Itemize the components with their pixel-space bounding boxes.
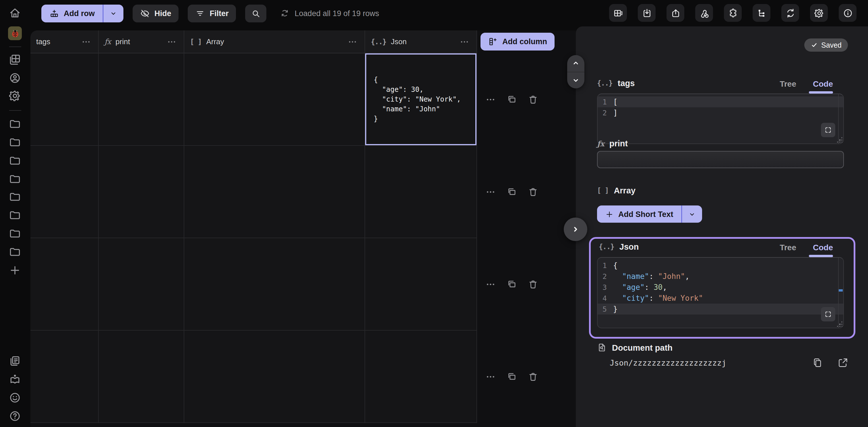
editor-scrollbar[interactable] <box>838 258 843 328</box>
add-row-label: Add row <box>64 9 95 18</box>
column-menu-icon[interactable] <box>166 36 178 47</box>
column-menu-icon[interactable] <box>459 36 471 47</box>
folder-icon[interactable] <box>9 173 21 185</box>
column-header-json[interactable]: {..} Json <box>365 30 477 53</box>
refresh-icon[interactable] <box>280 9 290 18</box>
home-icon[interactable] <box>9 7 21 20</box>
tab-code[interactable]: Code <box>813 243 833 252</box>
add-array-item-dropdown[interactable] <box>682 205 702 223</box>
filter-button[interactable]: Filter <box>188 4 236 22</box>
cell-print[interactable] <box>99 146 184 238</box>
delete-row-icon[interactable] <box>528 186 539 198</box>
field-label-tags: {..} tags <box>597 78 634 88</box>
toolbar: Add row Hide Filter Loaded all 19 of 19 … <box>30 0 868 26</box>
cell-print[interactable] <box>99 238 184 331</box>
selected-cell-value: { "age": 30, "city": "New York", "name":… <box>374 75 461 124</box>
add-column-button[interactable]: Add column <box>480 33 555 51</box>
changelog-icon[interactable] <box>9 355 21 367</box>
cell-array[interactable] <box>184 53 365 146</box>
chevron-right-icon <box>570 224 580 234</box>
folder-icon[interactable] <box>9 154 21 167</box>
cell-json[interactable] <box>365 238 477 331</box>
members-icon[interactable] <box>9 72 21 85</box>
search-button[interactable] <box>245 4 267 22</box>
add-short-text-button[interactable]: Add Short Text <box>597 205 681 223</box>
folder-icon[interactable] <box>9 227 21 240</box>
build-deploy-button[interactable] <box>781 4 799 22</box>
duplicate-row-icon[interactable] <box>506 94 518 105</box>
row-menu-icon[interactable] <box>485 94 497 105</box>
fullscreen-icon[interactable] <box>821 123 835 137</box>
cell-json[interactable] <box>365 331 477 423</box>
column-header-tags[interactable]: tags <box>30 30 99 53</box>
cell-array[interactable] <box>184 238 365 331</box>
help-icon[interactable] <box>9 410 21 422</box>
folder-icon[interactable] <box>9 245 21 258</box>
cell-tags[interactable] <box>30 238 99 331</box>
add-table-icon[interactable] <box>9 264 21 276</box>
add-row-dropdown-button[interactable] <box>103 4 123 22</box>
hide-columns-button[interactable]: Hide <box>133 4 179 22</box>
cell-tags[interactable] <box>30 331 99 423</box>
open-in-firebase-icon[interactable] <box>837 356 849 369</box>
about-button[interactable] <box>839 4 857 22</box>
previous-row-button[interactable] <box>567 55 584 72</box>
cloud-logs-button[interactable] <box>753 4 770 22</box>
column-menu-icon[interactable] <box>347 36 359 47</box>
folder-icon[interactable] <box>9 209 21 222</box>
import-button[interactable] <box>638 4 656 22</box>
delete-row-icon[interactable] <box>528 94 539 105</box>
cell-json-selected[interactable]: { "age": 30, "city": "New York", "name":… <box>365 53 477 146</box>
extensions-button[interactable] <box>724 4 742 22</box>
folder-icon[interactable] <box>9 118 21 130</box>
cell-json[interactable] <box>365 146 477 238</box>
delete-row-icon[interactable] <box>528 371 539 383</box>
export-button[interactable] <box>666 4 684 22</box>
duplicate-row-icon[interactable] <box>506 278 518 290</box>
webhooks-button[interactable] <box>695 4 713 22</box>
duplicate-row-icon[interactable] <box>506 371 518 383</box>
active-tab-indicator <box>809 91 833 93</box>
cell-tags[interactable] <box>30 146 99 238</box>
cell-print[interactable] <box>99 53 184 146</box>
folder-icon[interactable] <box>9 136 21 149</box>
delete-row-icon[interactable] <box>528 278 539 290</box>
tables-icon[interactable] <box>9 53 21 66</box>
column-menu-icon[interactable] <box>81 36 92 47</box>
cell-array[interactable] <box>184 146 365 238</box>
tab-tree[interactable]: Tree <box>780 243 796 252</box>
cell-print[interactable] <box>99 331 184 423</box>
editor-scrollbar[interactable] <box>838 94 843 143</box>
cell-tags[interactable] <box>30 53 99 146</box>
workspace-avatar[interactable] <box>8 26 22 40</box>
json-code-editor[interactable]: 1{2 "name": "John",3 "age": 30,4 "city":… <box>597 257 844 328</box>
document-path-label-row: Document path <box>597 342 673 352</box>
duplicate-row-icon[interactable] <box>506 186 518 198</box>
row-menu-icon[interactable] <box>485 186 497 198</box>
document-find-icon <box>597 342 607 352</box>
project-settings-icon[interactable] <box>9 90 21 102</box>
webhook-icon <box>699 8 709 18</box>
cell-array[interactable] <box>184 331 365 423</box>
table-settings-button[interactable] <box>810 4 828 22</box>
tab-code[interactable]: Code <box>813 79 833 88</box>
tags-code-editor[interactable]: 1[2] <box>597 94 844 144</box>
column-header-print[interactable]: ƒx print <box>99 30 184 53</box>
field-label-json: {..} Json <box>599 242 639 251</box>
add-row-button[interactable]: Add row <box>41 4 103 22</box>
field-name: Array <box>614 186 636 195</box>
learning-icon[interactable] <box>9 373 21 386</box>
collapse-drawer-button[interactable] <box>564 218 587 241</box>
print-field-input[interactable] <box>597 151 844 168</box>
copy-path-icon[interactable] <box>812 356 825 369</box>
tab-tree[interactable]: Tree <box>780 79 796 88</box>
column-header-array[interactable]: [ ] Array <box>184 30 365 53</box>
import-icon <box>642 8 652 18</box>
fullscreen-icon[interactable] <box>821 307 835 321</box>
row-menu-icon[interactable] <box>485 371 497 383</box>
feedback-icon[interactable] <box>9 391 21 404</box>
folder-icon[interactable] <box>9 191 21 203</box>
info-icon <box>842 8 853 18</box>
row-height-button[interactable] <box>609 4 627 22</box>
row-menu-icon[interactable] <box>485 278 497 290</box>
